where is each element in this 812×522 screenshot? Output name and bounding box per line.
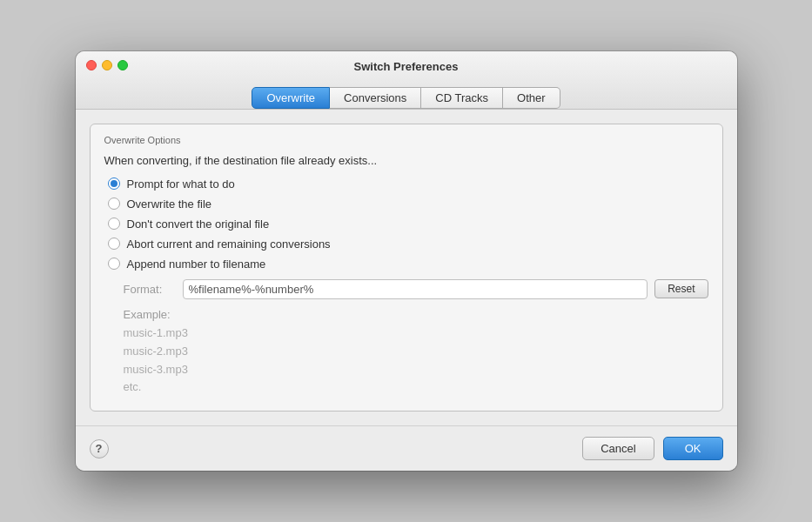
radio-circle-dont-convert (108, 218, 120, 230)
example-files: music-1.mp3 music-2.mp3 music-3.mp3 etc. (124, 325, 708, 397)
tab-conversions[interactable]: Conversions (330, 87, 421, 109)
title-bar: Switch Preferences Overwrite Conversions… (76, 51, 737, 110)
radio-abort[interactable]: Abort current and remaining conversions (108, 238, 708, 251)
traffic-lights (86, 60, 128, 70)
radio-label-abort: Abort current and remaining conversions (127, 238, 331, 251)
radio-circle-abort (108, 238, 120, 250)
example-block: Example: music-1.mp3 music-2.mp3 music-3… (124, 308, 708, 397)
window-title: Switch Preferences (76, 60, 737, 80)
reset-button[interactable]: Reset (654, 279, 708, 298)
section-title: Overwrite Options (104, 135, 708, 145)
maximize-button[interactable] (117, 60, 128, 70)
tab-other[interactable]: Other (503, 87, 560, 109)
radio-overwrite[interactable]: Overwrite the file (108, 197, 708, 211)
example-label: Example: (124, 308, 708, 321)
tab-overwrite[interactable]: Overwrite (252, 87, 330, 109)
description-text: When converting, if the destination file… (104, 154, 708, 167)
radio-label-dont-convert: Don't convert the original file (127, 218, 270, 231)
help-button[interactable]: ? (90, 439, 109, 458)
radio-label-overwrite: Overwrite the file (127, 197, 212, 211)
tabs-bar: Overwrite Conversions CD Tracks Other (76, 80, 737, 109)
ok-button[interactable]: OK (663, 437, 723, 460)
example-file-3: music-3.mp3 (124, 361, 708, 379)
radio-group: Prompt for what to do Overwrite the file… (108, 177, 708, 271)
radio-prompt[interactable]: Prompt for what to do (108, 177, 708, 191)
format-input[interactable] (183, 279, 648, 299)
radio-label-append: Append number to filename (127, 258, 266, 271)
cancel-button[interactable]: Cancel (582, 437, 654, 460)
content-area: Overwrite Options When converting, if th… (76, 110, 737, 425)
footer-buttons: Cancel OK (582, 437, 722, 460)
footer: ? Cancel OK (76, 425, 737, 471)
example-file-etc: etc. (124, 378, 708, 397)
radio-circle-prompt (108, 177, 120, 190)
format-label: Format: (124, 283, 176, 296)
radio-append[interactable]: Append number to filename (108, 258, 708, 271)
format-row: Format: Reset (124, 279, 708, 299)
example-file-2: music-2.mp3 (124, 343, 708, 361)
example-file-1: music-1.mp3 (124, 325, 708, 343)
radio-dont-convert[interactable]: Don't convert the original file (108, 218, 708, 231)
radio-circle-overwrite (108, 197, 120, 210)
tab-cd-tracks[interactable]: CD Tracks (421, 87, 503, 109)
minimize-button[interactable] (102, 60, 112, 70)
radio-label-prompt: Prompt for what to do (127, 177, 235, 191)
close-button[interactable] (86, 60, 97, 70)
radio-circle-append (108, 258, 120, 270)
preferences-window: Switch Preferences Overwrite Conversions… (76, 51, 737, 471)
section-box: Overwrite Options When converting, if th… (90, 124, 723, 412)
